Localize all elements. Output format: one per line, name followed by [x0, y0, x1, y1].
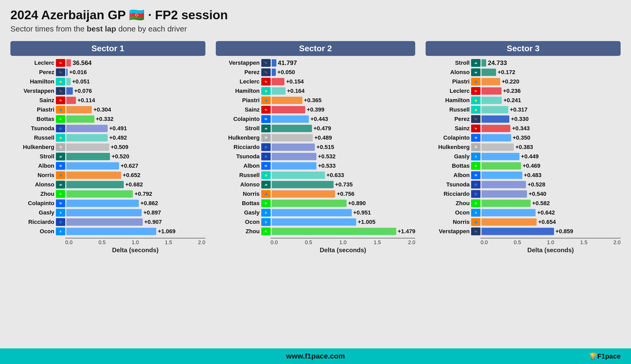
team-logo: K [471, 162, 480, 170]
table-row: Alonso🏎+0.735 [216, 180, 415, 189]
driver-name: Bottas [426, 162, 471, 169]
team-logo: W [56, 162, 65, 170]
bar-container: +0.897 [65, 209, 205, 216]
delta-label: +0.520 [112, 153, 129, 160]
table-row: Verstappen🐂41.797 [216, 58, 415, 67]
table-row: Piastri🔷+0.365 [216, 96, 415, 105]
driver-name: Perez [216, 69, 261, 76]
sector-1: Sector 1Leclerc🐎36.564Perez🐂+0.016Hamilt… [10, 41, 205, 254]
team-logo: ⭐ [261, 87, 271, 95]
delta-label: +0.515 [316, 144, 334, 151]
driver-name: Alonso [426, 69, 471, 76]
team-logo: Ⓗ [261, 134, 271, 142]
sector-2-chart: Verstappen🐂41.797Perez🐂+0.050Leclerc🐎+0.… [216, 58, 415, 236]
driver-name: Zhou [426, 200, 471, 207]
delta-label: +0.528 [528, 181, 545, 188]
delta-label: +0.792 [134, 191, 152, 197]
delta-bar [272, 78, 285, 85]
bar-container: +0.479 [271, 125, 415, 132]
team-logo: 🏎 [56, 181, 65, 188]
team-logo: 🐂 [56, 68, 65, 76]
table-row: Sainz🐎+0.114 [10, 96, 205, 105]
delta-bar [482, 106, 508, 113]
bar-container: +0.399 [271, 106, 415, 113]
axis-ticks: 0.00.51.01.52.0 [65, 238, 205, 245]
axis-tick: 0.5 [305, 239, 312, 245]
team-logo: W [471, 134, 480, 142]
bar-container: +0.756 [271, 190, 415, 198]
driver-name: Sainz [426, 125, 471, 132]
delta-bar [482, 125, 510, 132]
team-logo: 🐂 [261, 59, 271, 67]
bar-container: +1.479 [271, 228, 415, 235]
delta-bar [66, 200, 139, 207]
team-logo: 🐎 [471, 125, 480, 132]
driver-name: Hamilton [426, 97, 471, 104]
team-logo: 🏎 [56, 153, 65, 160]
delta-label: 41.797 [278, 59, 297, 67]
bar-container: +0.532 [271, 153, 415, 160]
delta-bar [272, 200, 347, 207]
bar-container: +0.154 [271, 78, 415, 85]
table-row: Tsunoda🔵+0.528 [426, 180, 621, 189]
team-logo: 🏎 [261, 181, 271, 188]
bar-container: +0.236 [480, 87, 621, 95]
bar-container: +0.520 [65, 153, 205, 160]
delta-bar [482, 69, 496, 76]
delta-label: +0.859 [556, 228, 573, 235]
bar-container: 36.564 [65, 59, 205, 67]
team-logo: 🔵 [471, 190, 480, 198]
sector-3-header: Sector 3 [426, 41, 621, 56]
driver-name: Albon [426, 172, 471, 179]
delta-label: +0.533 [318, 162, 336, 169]
team-logo: 🐎 [471, 87, 480, 95]
driver-name: Hamilton [216, 88, 261, 94]
bar-container: +0.682 [65, 181, 205, 188]
table-row: BottasK+0.332 [10, 115, 205, 124]
axis-label: Delta (seconds) [271, 246, 415, 254]
table-row: Hamilton⭐+0.241 [426, 96, 621, 105]
delta-bar [272, 125, 312, 132]
bar-container: +0.350 [480, 134, 621, 141]
delta-label: +0.491 [109, 125, 127, 132]
delta-bar [272, 134, 313, 141]
delta-bar [272, 162, 317, 170]
delta-bar [272, 190, 335, 198]
bar-container: +0.443 [271, 115, 415, 123]
axis-tick: 0.0 [480, 239, 488, 245]
bar-container: +0.365 [271, 97, 415, 104]
delta-label: +0.383 [515, 144, 533, 151]
table-row: Tsunoda🔵+0.532 [216, 152, 415, 161]
driver-name: Leclerc [426, 88, 471, 94]
bar-container: +1.005 [271, 218, 415, 226]
driver-name: Alonso [10, 181, 56, 188]
delta-bar [66, 162, 119, 170]
table-row: ZhouK+0.582 [426, 199, 621, 208]
table-row: ColapintoW+0.350 [426, 133, 621, 142]
delta-bar [482, 162, 521, 170]
table-row: OconA+0.642 [426, 208, 621, 217]
table-row: Leclerc🐎36.564 [10, 58, 205, 67]
delta-label: +0.890 [348, 200, 366, 207]
team-logo: 🏎 [471, 68, 480, 76]
delta-label: +0.343 [512, 125, 530, 132]
team-logo: 🐎 [56, 59, 65, 67]
delta-label: +0.051 [72, 78, 90, 85]
bar-container: +0.492 [65, 134, 205, 141]
driver-name: Piastri [426, 78, 471, 85]
delta-label: +0.330 [511, 116, 529, 122]
team-logo: K [261, 199, 271, 207]
table-row: Ricciardo🔵+0.515 [216, 143, 415, 152]
axis-tick: 1.0 [132, 239, 139, 245]
sector-3: Sector 3Stroll🏎24.733Alonso🏎+0.172Piastr… [426, 41, 621, 254]
team-logo: 🔷 [471, 78, 480, 86]
driver-name: Albon [216, 162, 261, 169]
table-row: Stroll🏎+0.520 [10, 152, 205, 161]
table-row: Leclerc🐎+0.236 [426, 87, 621, 95]
axis-ticks: 0.00.51.01.52.0 [480, 238, 621, 245]
bar-container: +0.862 [65, 200, 205, 207]
sector-1-header: Sector 1 [10, 41, 205, 56]
table-row: Hamilton⭐+0.051 [10, 77, 205, 86]
table-row: Perez🐂+0.330 [426, 115, 621, 124]
delta-label: +0.050 [277, 69, 295, 76]
